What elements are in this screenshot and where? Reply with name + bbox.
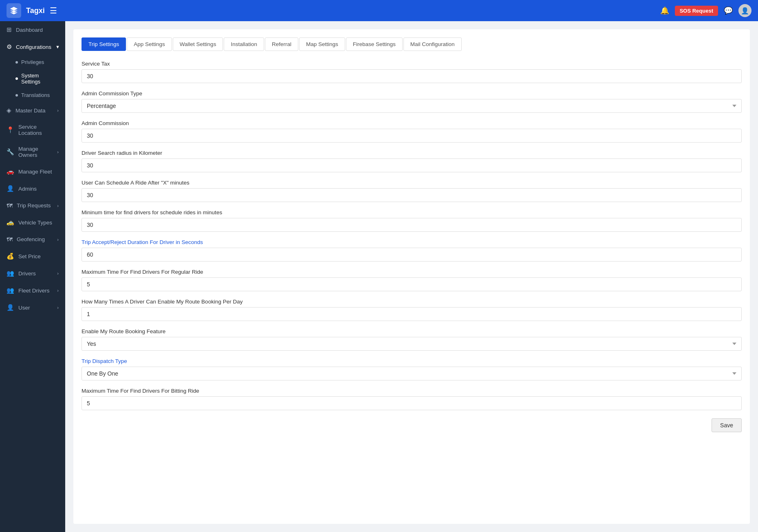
enable-route-label: Enable My Route Booking Feature	[82, 328, 742, 334]
trip-accept-reject-input[interactable]	[82, 248, 742, 262]
tab-map-settings[interactable]: Map Settings	[299, 37, 345, 51]
messages-icon[interactable]: 💬	[724, 6, 733, 15]
max-time-bitting-group: Maximum Time For Find Drivers For Bittin…	[82, 388, 742, 410]
admin-commission-group: Admin Commission	[82, 120, 742, 143]
location-icon: 📍	[7, 126, 14, 134]
sidebar-item-geofencing[interactable]: 🗺 Geofencing ›	[0, 231, 65, 248]
enable-route-select[interactable]: Yes No	[82, 337, 742, 351]
tabs-bar: Trip Settings App Settings Wallet Settin…	[82, 37, 742, 51]
sidebar-item-label: Fleet Drivers	[18, 288, 50, 294]
max-time-bitting-label: Maximum Time For Find Drivers For Bittin…	[82, 388, 742, 394]
trip-accept-reject-group: Trip Accept/Reject Duration For Driver i…	[82, 239, 742, 262]
chevron-right-icon: ›	[57, 288, 59, 293]
sidebar-item-label: Set Price	[18, 253, 41, 259]
trip-accept-reject-label: Trip Accept/Reject Duration For Driver i…	[82, 239, 742, 245]
app-title: Tagxi	[26, 7, 45, 15]
app-logo	[7, 3, 21, 18]
notification-icon[interactable]: 🔔	[660, 6, 669, 15]
avatar[interactable]: 👤	[738, 4, 751, 17]
sidebar-subitem-translations[interactable]: Translations	[0, 88, 65, 102]
chevron-down-icon: ▼	[55, 44, 60, 49]
tab-firebase-settings[interactable]: Firebase Settings	[346, 37, 403, 51]
trip-dispatch-select[interactable]: One By One All At Once	[82, 367, 742, 380]
sidebar-item-user[interactable]: 👤 User ›	[0, 299, 65, 316]
schedule-ride-input[interactable]	[82, 188, 742, 202]
admin-commission-input[interactable]	[82, 129, 742, 143]
dot-icon	[15, 77, 18, 80]
driver-search-radius-group: Driver Search radius in Kilometer	[82, 150, 742, 172]
sidebar-item-admins[interactable]: 👤 Admins	[0, 180, 65, 197]
fleet-drivers-icon: 👥	[7, 287, 14, 294]
sidebar-item-fleet-drivers[interactable]: 👥 Fleet Drivers ›	[0, 282, 65, 299]
sos-button[interactable]: SOS Request	[675, 6, 718, 16]
route-booking-input[interactable]	[82, 307, 742, 321]
topnav: Tagxi ☰ 🔔 SOS Request 💬 👤	[0, 0, 758, 21]
dot-icon	[15, 94, 18, 97]
driver-search-radius-input[interactable]	[82, 158, 742, 172]
sidebar-item-manage-fleet[interactable]: 🚗 Manage Fleet	[0, 163, 65, 180]
chevron-right-icon: ›	[57, 203, 59, 208]
sidebar-item-label: Service Locations	[18, 124, 59, 136]
schedule-ride-label: User Can Schedule A Ride After "X" minut…	[82, 180, 742, 186]
chevron-right-icon: ›	[57, 149, 59, 154]
sidebar-item-set-price[interactable]: 💰 Set Price	[0, 248, 65, 265]
layout: ⊞ Dashboard ⚙ Configurations ▼ Privilege…	[0, 21, 758, 532]
driver-search-radius-label: Driver Search radius in Kilometer	[82, 150, 742, 156]
min-time-input[interactable]	[82, 218, 742, 232]
fleet-icon: 🚗	[7, 168, 14, 175]
trip-dispatch-group: Trip Dispatch Type One By One All At Onc…	[82, 358, 742, 380]
sidebar-item-label: User	[18, 305, 30, 311]
max-time-regular-group: Maximum Time For Find Drivers For Regula…	[82, 269, 742, 291]
save-button[interactable]: Save	[712, 418, 742, 432]
admin-commission-type-select[interactable]: Percentage Fixed	[82, 99, 742, 113]
sidebar-subitem-system-settings[interactable]: System Settings	[0, 69, 65, 88]
admin-commission-type-label: Admin Commission Type	[82, 90, 742, 97]
trip-dispatch-label: Trip Dispatch Type	[82, 358, 742, 364]
admin-commission-type-group: Admin Commission Type Percentage Fixed	[82, 90, 742, 113]
tab-installation[interactable]: Installation	[224, 37, 264, 51]
set-price-icon: 💰	[7, 253, 14, 260]
master-data-icon: ◈	[7, 107, 11, 114]
tab-trip-settings[interactable]: Trip Settings	[82, 37, 126, 51]
sidebar-item-service-locations[interactable]: 📍 Service Locations	[0, 119, 65, 141]
sidebar-subitem-label: Translations	[21, 92, 50, 98]
admin-commission-label: Admin Commission	[82, 120, 742, 126]
sidebar-item-label: Manage Owners	[18, 146, 53, 158]
drivers-icon: 👥	[7, 270, 14, 277]
sidebar-item-label: Geofencing	[17, 236, 45, 242]
settings-panel: Trip Settings App Settings Wallet Settin…	[73, 29, 750, 524]
service-tax-input[interactable]	[82, 69, 742, 83]
route-booking-label: How Many Times A Driver Can Enable My Ro…	[82, 299, 742, 305]
sidebar-item-manage-owners[interactable]: 🔧 Manage Owners ›	[0, 141, 65, 163]
sidebar-item-master-data[interactable]: ◈ Master Data ›	[0, 102, 65, 119]
sidebar-item-label: Manage Fleet	[18, 169, 52, 175]
sidebar-item-label: Dashboard	[16, 27, 43, 33]
min-time-group: Mininum time for find drivers for schedu…	[82, 209, 742, 232]
sidebar-subitem-label: System Settings	[21, 73, 59, 85]
hamburger-icon[interactable]: ☰	[50, 6, 57, 15]
max-time-bitting-input[interactable]	[82, 396, 742, 410]
vehicle-types-icon: 🚕	[7, 219, 14, 226]
dashboard-icon: ⊞	[7, 26, 12, 33]
enable-route-group: Enable My Route Booking Feature Yes No	[82, 328, 742, 351]
topnav-right: 🔔 SOS Request 💬 👤	[660, 4, 751, 17]
tab-mail-configuration[interactable]: Mail Configuration	[403, 37, 462, 51]
save-row: Save	[82, 418, 742, 432]
service-tax-label: Service Tax	[82, 61, 742, 67]
tab-wallet-settings[interactable]: Wallet Settings	[173, 37, 223, 51]
tab-referral[interactable]: Referral	[265, 37, 298, 51]
tab-app-settings[interactable]: App Settings	[127, 37, 172, 51]
sidebar-item-dashboard[interactable]: ⊞ Dashboard	[0, 21, 65, 38]
min-time-label: Mininum time for find drivers for schedu…	[82, 209, 742, 215]
service-tax-group: Service Tax	[82, 61, 742, 83]
user-icon: 👤	[7, 304, 14, 311]
geofencing-icon: 🗺	[7, 236, 13, 243]
sidebar-item-label: Admins	[18, 186, 37, 192]
sidebar-item-vehicle-types[interactable]: 🚕 Vehicle Types	[0, 214, 65, 231]
sidebar-item-configurations[interactable]: ⚙ Configurations ▼	[0, 38, 65, 55]
sidebar-subitem-privileges[interactable]: Privileges	[0, 55, 65, 69]
max-time-regular-input[interactable]	[82, 277, 742, 291]
chevron-right-icon: ›	[57, 271, 59, 276]
sidebar-item-drivers[interactable]: 👥 Drivers ›	[0, 265, 65, 282]
sidebar-item-trip-requests[interactable]: 🗺 Trip Requests ›	[0, 197, 65, 214]
